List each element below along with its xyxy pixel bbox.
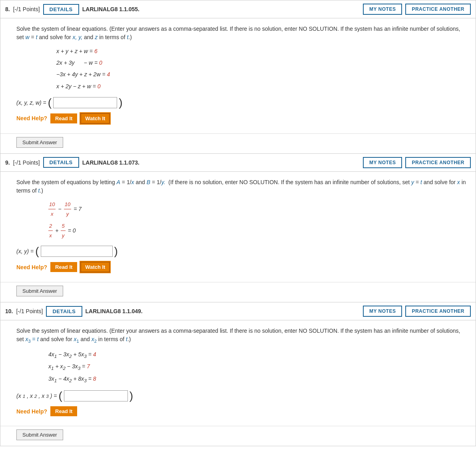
- q10-paren-right: ): [129, 390, 133, 401]
- q9-problem-text: Solve the system of equations by letting…: [16, 178, 468, 195]
- question-8: 8. [-/1 Points] DETAILS LARLINALG8 1.1.0…: [0, 0, 476, 154]
- q8-equations: x + y + z + w = 6 2x + 3y − w = 0 −3x + …: [56, 46, 468, 91]
- q8-my-notes-button[interactable]: MY NOTES: [363, 4, 402, 15]
- q9-x-var: x: [457, 179, 460, 185]
- q9-B-def: B: [147, 179, 150, 185]
- q10-my-notes-button[interactable]: MY NOTES: [363, 306, 402, 317]
- q9-equations: 10 x − 10 y = 7 2 x + 5 y: [48, 200, 468, 240]
- q8-number: 8.: [5, 6, 10, 12]
- q10-read-it-button[interactable]: Read It: [50, 406, 77, 416]
- q9-eq2-den1: x: [48, 231, 53, 240]
- q8-need-help-row: Need Help? Read It Watch It: [16, 113, 468, 124]
- q9-eq2-num2: 5: [61, 221, 65, 231]
- q9-number: 9.: [5, 159, 10, 166]
- q8-answer-input[interactable]: [53, 97, 117, 108]
- q8-var-t: t: [36, 34, 38, 40]
- q9-code: LARLINALG8 1.1.073.: [82, 159, 360, 166]
- q10-paren-left: (: [58, 390, 62, 401]
- q9-header-right: MY NOTES PRACTICE ANOTHER: [363, 157, 471, 168]
- q9-eq2-den2: y: [61, 231, 66, 240]
- q9-paren-right: ): [114, 246, 118, 257]
- q9-eq1-den2: y: [66, 209, 70, 219]
- q9-yt-var: y: [411, 179, 414, 185]
- q8-need-help-label: Need Help?: [16, 115, 47, 121]
- q9-eq1: 10 x − 10 y = 7: [48, 200, 468, 219]
- question-10: 10. [-/1 Points] DETAILS LARLINALG8 1.1.…: [0, 302, 476, 446]
- q8-var-z: z: [95, 34, 98, 40]
- q8-eq3: −3x + 4y + z + 2w = 4: [56, 70, 468, 79]
- q9-paren-left: (: [35, 246, 39, 257]
- q9-need-help-row: Need Help? Read It Watch It: [16, 262, 468, 272]
- q9-answer-line: (x, y) = ( ): [16, 246, 468, 257]
- q10-sub1: 1: [23, 393, 25, 399]
- q8-eq4: x + 2y − z + w = 0: [56, 81, 468, 91]
- q9-A-def: A: [117, 179, 120, 185]
- q8-submit-area: Submit Answer: [0, 133, 476, 153]
- q8-practice-button[interactable]: PRACTICE ANOTHER: [405, 4, 471, 15]
- q8-points: [-/1 Points]: [13, 6, 40, 12]
- q10-x1-var: x: [74, 336, 77, 342]
- q8-t-ref: t: [127, 34, 128, 40]
- q9-need-help-label: Need Help?: [16, 264, 47, 270]
- q8-paren-right: ): [119, 97, 122, 108]
- q8-read-it-button[interactable]: Read It: [50, 113, 77, 123]
- q9-read-it-button[interactable]: Read It: [50, 262, 77, 272]
- q8-vars-xyz: x, y,: [73, 34, 83, 40]
- q9-eq2: 2 x + 5 y = 0: [48, 221, 468, 240]
- q10-need-help-label: Need Help?: [16, 408, 47, 415]
- q10-submit-button[interactable]: Submit Answer: [16, 429, 63, 440]
- q10-practice-button[interactable]: PRACTICE ANOTHER: [405, 306, 471, 317]
- q10-details-button[interactable]: DETAILS: [46, 306, 82, 317]
- q10-equations: 4x1 − 3x2 + 5x3 = 4 x1 + x2 − 3x3 = 7 3x…: [48, 350, 468, 385]
- q10-points: [-/1 Points]: [16, 308, 43, 314]
- q9-eq1-num1: 10: [48, 200, 56, 209]
- q10-submit-area: Submit Answer: [0, 426, 476, 446]
- q10-number: 10.: [5, 308, 13, 314]
- q8-watch-it-button[interactable]: Watch It: [80, 113, 110, 124]
- question-9: 9. [-/1 Points] DETAILS LARLINALG8 1.1.0…: [0, 154, 476, 303]
- q9-submit-button[interactable]: Submit Answer: [16, 286, 63, 296]
- q9-details-button[interactable]: DETAILS: [43, 157, 79, 168]
- q9-body: Solve the system of equations by letting…: [0, 172, 476, 282]
- q8-answer-line: (x, y, z, w) = ( ): [16, 97, 468, 108]
- q8-code: LARLINALG8 1.1.055.: [82, 6, 360, 12]
- q9-practice-button[interactable]: PRACTICE ANOTHER: [405, 157, 471, 168]
- q8-body: Solve the system of linear equations. (E…: [0, 18, 476, 133]
- q9-submit-area: Submit Answer: [0, 282, 476, 302]
- q10-code: LARLINALG8 1.1.049.: [86, 308, 360, 314]
- q10-answer-prefix: (x: [16, 393, 21, 399]
- q10-answer-input[interactable]: [64, 390, 128, 401]
- q10-answer-line: (x 1 , x2 , x3 ) = ( ): [16, 390, 468, 401]
- q8-answer-prefix: (x, y, z, w) =: [16, 99, 46, 106]
- q10-header-right: MY NOTES PRACTICE ANOTHER: [363, 306, 471, 317]
- q9-watch-it-button[interactable]: Watch It: [80, 262, 110, 272]
- q8-details-button[interactable]: DETAILS: [43, 4, 79, 15]
- q8-submit-button[interactable]: Submit Answer: [16, 137, 63, 148]
- q8-eq2: 2x + 3y − w = 0: [56, 58, 468, 68]
- q10-need-help-row: Need Help? Read It: [16, 406, 468, 416]
- q8-var-w: w: [26, 34, 30, 40]
- q9-answer-input[interactable]: [41, 246, 113, 257]
- q9-eq1-num2: 10: [64, 200, 71, 209]
- q10-body: Solve the system of linear equations. (E…: [0, 320, 476, 426]
- q10-eq2: x1 + x2 − 3x3 = 7: [48, 362, 468, 372]
- question-9-header: 9. [-/1 Points] DETAILS LARLINALG8 1.1.0…: [0, 154, 476, 172]
- q10-x3t: x: [26, 336, 28, 342]
- q8-eq1: x + y + z + w = 6: [56, 46, 468, 56]
- q9-eq2-num1: 2: [48, 221, 53, 231]
- q9-t-var: t: [38, 187, 40, 194]
- question-8-header: 8. [-/1 Points] DETAILS LARLINALG8 1.1.0…: [0, 0, 476, 18]
- q9-points: [-/1 Points]: [13, 159, 40, 166]
- question-10-header: 10. [-/1 Points] DETAILS LARLINALG8 1.1.…: [0, 302, 476, 320]
- q8-problem-text: Solve the system of linear equations. (E…: [16, 25, 468, 42]
- q10-eq3: 3x1 − 4x2 + 8x3 = 8: [48, 374, 468, 385]
- q8-paren-left: (: [48, 97, 52, 108]
- q10-problem-text: Solve the system of linear equations. (E…: [16, 327, 468, 344]
- q9-my-notes-button[interactable]: MY NOTES: [363, 157, 402, 168]
- q10-eq1: 4x1 − 3x2 + 5x3 = 4: [48, 350, 468, 360]
- q9-eq1-den1: x: [50, 209, 54, 219]
- q8-header-right: MY NOTES PRACTICE ANOTHER: [363, 4, 471, 15]
- q9-answer-prefix: (x, y) =: [16, 248, 34, 254]
